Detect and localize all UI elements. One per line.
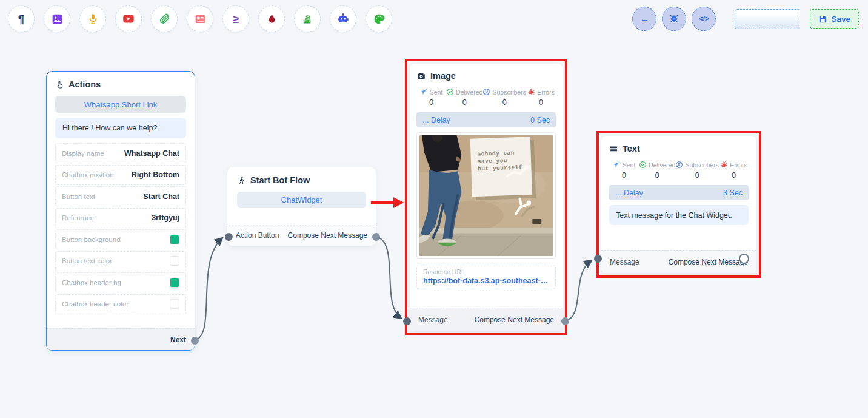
greater-equal-icon: ≥ <box>233 13 239 25</box>
text-component-button[interactable]: ¶ <box>8 5 35 32</box>
text-node[interactable]: Text Sent 0 Delivered <box>601 136 756 273</box>
pilcrow-icon: ¶ <box>18 13 25 25</box>
stat-subscribers: Subscribers 0 <box>675 161 718 180</box>
color-swatch[interactable] <box>170 235 179 244</box>
stat-delivered: Delivered 0 <box>639 161 675 180</box>
start-compose-handle[interactable] <box>372 233 380 241</box>
flow-builder-canvas[interactable]: ¶ ≥ ← <box>0 0 868 418</box>
compose-next-message-label: Compose Next Message <box>475 315 554 324</box>
color-swatch[interactable] <box>170 299 179 309</box>
send-icon <box>420 88 428 96</box>
field-button-background[interactable]: Button background <box>55 229 186 249</box>
resource-url-field[interactable]: Resource URL https://bot-data.s3.ap-sout… <box>416 265 556 289</box>
stat-sent: Sent 0 <box>609 161 639 180</box>
droplet-component-button[interactable] <box>258 5 285 32</box>
card-icon <box>194 13 207 25</box>
save-button[interactable]: Save <box>810 9 859 29</box>
microphone-icon <box>87 13 99 25</box>
start-node-title: Start Bot Flow <box>250 175 310 185</box>
field-reference[interactable]: Reference 3rftgyuj <box>55 208 186 228</box>
start-bot-flow-node[interactable]: Start Bot Flow ChatWidget Action Button … <box>227 167 376 246</box>
field-display-name[interactable]: Display name Whatsapp Chat <box>55 143 186 163</box>
attachment-component-button[interactable] <box>151 5 178 32</box>
condition-component-button[interactable]: ≥ <box>222 5 249 32</box>
paperclip-icon <box>158 13 170 25</box>
wire-next-to-action-button <box>195 238 222 340</box>
text-lines-icon <box>609 144 618 153</box>
field-button-text-color[interactable]: Button text color <box>55 251 186 271</box>
color-swatch[interactable] <box>170 278 179 288</box>
text-message-preview[interactable]: Text message for the Chat Widget. <box>609 205 749 225</box>
delay-label: ... Delay <box>615 189 643 197</box>
audio-component-button[interactable] <box>79 5 106 32</box>
image-preview[interactable]: nobody can save you but yourself <box>416 132 556 259</box>
actions-node-title: Actions <box>68 79 101 89</box>
stat-errors: Errors 0 <box>719 161 749 180</box>
stat-sent: Sent 0 <box>416 88 446 107</box>
stack-component-button[interactable] <box>294 5 321 32</box>
image-message-handle[interactable] <box>403 317 411 325</box>
stack-icon <box>301 13 313 25</box>
check-circle-icon <box>639 161 647 169</box>
field-chatbox-header-bg[interactable]: Chatbox header bg <box>55 272 186 292</box>
fit-view-button[interactable] <box>662 7 686 31</box>
palette-icon <box>373 13 386 25</box>
wire-image-to-text-message <box>565 261 591 321</box>
card-component-button[interactable] <box>187 5 213 32</box>
svg-text:save you: save you <box>478 157 507 165</box>
component-toolbar: ¶ ≥ <box>8 5 392 32</box>
color-swatch[interactable] <box>170 256 179 266</box>
bug-icon <box>720 161 728 169</box>
image-node[interactable]: Image Sent 0 Delivered <box>410 64 563 331</box>
compress-icon <box>669 14 679 24</box>
actions-next-handle[interactable] <box>191 337 199 345</box>
text-compose-handle[interactable] <box>739 254 749 264</box>
stat-delivered: Delivered 0 <box>446 88 482 107</box>
delay-value: 0 Sec <box>530 116 550 124</box>
check-circle-icon <box>446 88 454 96</box>
resource-url-value[interactable]: https://bot-data.s3.ap-southeast-1.wasab… <box>423 277 549 285</box>
image-node-title: Image <box>430 71 456 81</box>
message-label: Message <box>418 315 448 324</box>
video-component-button[interactable] <box>115 5 142 32</box>
red-pointer-arrow <box>371 197 404 208</box>
actions-node[interactable]: Actions Whatsapp Short Link Hi there ! H… <box>46 71 195 351</box>
droplet-icon <box>266 13 278 25</box>
text-node-title: Text <box>623 144 640 153</box>
theme-component-button[interactable] <box>366 5 392 32</box>
flow-name-input[interactable] <box>735 9 800 29</box>
svg-text:nobody can: nobody can <box>477 150 515 158</box>
compose-next-message-label: Compose Next Message <box>669 258 748 266</box>
field-chatbox-position[interactable]: Chatbox position Right Bottom <box>55 165 186 185</box>
text-delay-row[interactable]: ... Delay 3 Sec <box>609 185 749 200</box>
message-label: Message <box>610 258 639 266</box>
start-action-button-handle[interactable] <box>225 233 233 241</box>
field-button-text[interactable]: Button text Start Chat <box>55 186 186 206</box>
image-delay-row[interactable]: ... Delay 0 Sec <box>416 112 556 127</box>
delay-value: 3 Sec <box>723 189 743 197</box>
image-node-stats: Sent 0 Delivered 0 Sub <box>416 88 556 107</box>
resource-url-label: Resource URL <box>423 268 549 275</box>
stat-errors: Errors 0 <box>526 88 556 107</box>
hand-pointer-icon <box>55 80 64 89</box>
image-icon <box>51 13 64 25</box>
bot-component-button[interactable] <box>330 5 356 32</box>
image-compose-handle[interactable] <box>561 317 569 325</box>
chatwidget-button[interactable]: ChatWidget <box>237 192 366 208</box>
code-view-button[interactable]: </> <box>692 7 716 31</box>
compose-next-message-label: Compose Next Message <box>288 231 367 240</box>
whatsapp-short-link-button[interactable]: Whatsapp Short Link <box>55 96 186 113</box>
back-arrow-icon: ← <box>639 14 649 24</box>
text-node-stats: Sent 0 Delivered 0 Sub <box>609 161 749 180</box>
image-component-button[interactable] <box>44 5 70 32</box>
text-message-handle[interactable] <box>594 255 602 263</box>
send-icon <box>613 161 621 169</box>
field-chatbox-header-color[interactable]: Chatbox header color <box>55 294 186 314</box>
robot-icon <box>336 12 350 25</box>
back-button[interactable]: ← <box>632 7 656 31</box>
save-label: Save <box>831 15 850 24</box>
text-node-selection: Text Sent 0 Delivered <box>596 131 761 278</box>
subscribers-icon <box>675 161 683 169</box>
canvas-controls: ← </> Save <box>632 7 859 31</box>
stat-subscribers: Subscribers 0 <box>482 88 526 107</box>
